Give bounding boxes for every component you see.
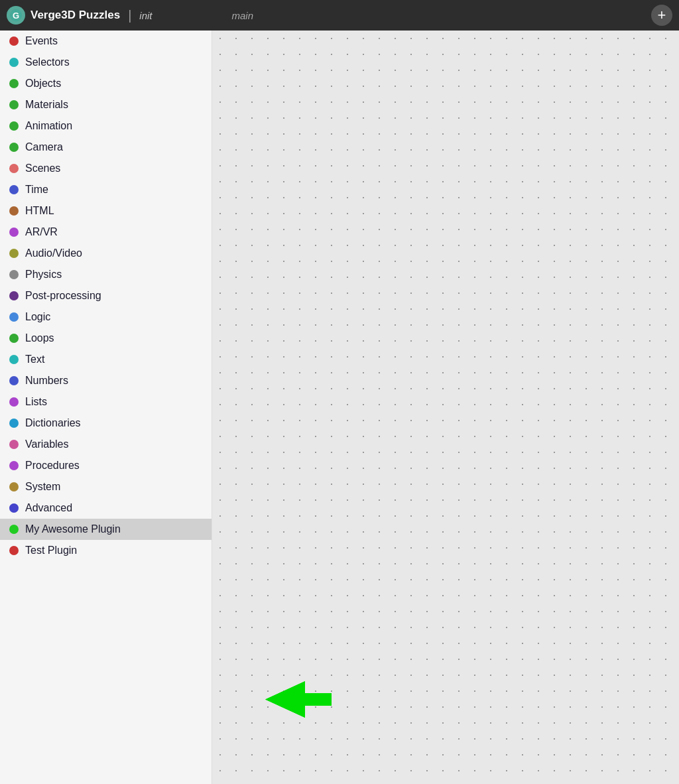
- sidebar-item-label: Physics: [25, 269, 62, 281]
- category-dot: [9, 525, 19, 534]
- sidebar-item-label: Scenes: [25, 163, 60, 174]
- sidebar-item-lists[interactable]: Lists: [0, 391, 212, 413]
- header-divider: |: [128, 8, 131, 23]
- sidebar-item-my-awesome-plugin[interactable]: My Awesome Plugin: [0, 519, 212, 540]
- sidebar-item-materials[interactable]: Materials: [0, 94, 212, 115]
- sidebar-item-time[interactable]: Time: [0, 179, 212, 200]
- sidebar-item-label: Numbers: [25, 375, 68, 387]
- logo-icon: G: [7, 6, 25, 25]
- sidebar-item-html[interactable]: HTML: [0, 200, 212, 222]
- category-dot: [9, 419, 19, 428]
- sidebar-item-label: Events: [25, 35, 58, 47]
- app-logo: G Verge3D Puzzles: [7, 6, 120, 25]
- sidebar-item-label: Lists: [25, 396, 47, 408]
- category-dot: [9, 36, 19, 46]
- sidebar-item-label: Post-processing: [25, 290, 101, 302]
- add-tab-button[interactable]: +: [651, 5, 672, 26]
- category-dot: [9, 249, 19, 258]
- sidebar-item-numbers[interactable]: Numbers: [0, 370, 212, 391]
- arrow-indicator: [265, 681, 332, 718]
- sidebar-item-text[interactable]: Text: [0, 349, 212, 370]
- sidebar-item-test-plugin[interactable]: Test Plugin: [0, 540, 212, 561]
- sidebar-item-label: HTML: [25, 205, 54, 217]
- category-dot: [9, 376, 19, 385]
- sidebar-item-post-processing[interactable]: Post-processing: [0, 285, 212, 306]
- sidebar-item-ar-vr[interactable]: AR/VR: [0, 222, 212, 243]
- sidebar-item-label: Materials: [25, 99, 68, 111]
- sidebar-item-label: Variables: [25, 438, 69, 450]
- canvas-area[interactable]: [212, 31, 679, 784]
- category-dot: [9, 440, 19, 449]
- sidebar-item-label: Time: [25, 184, 48, 196]
- category-dot: [9, 185, 19, 194]
- category-dot: [9, 164, 19, 173]
- category-dot: [9, 503, 19, 513]
- sidebar-item-selectors[interactable]: Selectors: [0, 52, 212, 73]
- sidebar-item-camera[interactable]: Camera: [0, 137, 212, 158]
- category-dot: [9, 79, 19, 88]
- category-dot: [9, 270, 19, 279]
- sidebar-item-physics[interactable]: Physics: [0, 264, 212, 285]
- svg-text:G: G: [13, 11, 19, 21]
- sidebar-item-label: My Awesome Plugin: [25, 523, 121, 535]
- sidebar-item-label: Dictionaries: [25, 417, 81, 429]
- sidebar-item-label: Loops: [25, 332, 54, 344]
- category-dot: [9, 206, 19, 216]
- sidebar-item-dictionaries[interactable]: Dictionaries: [0, 413, 212, 434]
- category-dot: [9, 461, 19, 470]
- category-dot: [9, 228, 19, 237]
- category-dot: [9, 334, 19, 343]
- app-header: G Verge3D Puzzles | init main +: [0, 0, 679, 31]
- sidebar-item-objects[interactable]: Objects: [0, 73, 212, 94]
- sidebar-item-animation[interactable]: Animation: [0, 115, 212, 137]
- sidebar-item-label: Audio/Video: [25, 247, 82, 259]
- category-dot: [9, 355, 19, 364]
- category-dot: [9, 312, 19, 322]
- sidebar-item-label: System: [25, 481, 60, 493]
- sidebar-item-system[interactable]: System: [0, 476, 212, 497]
- tab-main[interactable]: main: [232, 10, 254, 21]
- sidebar-item-audio-video[interactable]: Audio/Video: [0, 243, 212, 264]
- sidebar-item-variables[interactable]: Variables: [0, 434, 212, 455]
- sidebar-item-label: Objects: [25, 78, 61, 90]
- sidebar-item-label: Logic: [25, 311, 50, 323]
- app-title: Verge3D Puzzles: [31, 9, 120, 22]
- category-dot: [9, 121, 19, 131]
- sidebar-item-scenes[interactable]: Scenes: [0, 158, 212, 179]
- category-dot: [9, 482, 19, 491]
- category-dot: [9, 100, 19, 109]
- sidebar-item-label: Text: [25, 354, 44, 365]
- sidebar-item-label: Advanced: [25, 502, 72, 514]
- category-dot: [9, 291, 19, 300]
- sidebar-item-advanced[interactable]: Advanced: [0, 497, 212, 519]
- svg-marker-3: [265, 681, 305, 718]
- main-layout: EventsSelectorsObjectsMaterialsAnimation…: [0, 31, 679, 784]
- sidebar-item-label: AR/VR: [25, 226, 58, 238]
- sidebar: EventsSelectorsObjectsMaterialsAnimation…: [0, 31, 212, 784]
- sidebar-item-events[interactable]: Events: [0, 31, 212, 52]
- category-dot: [9, 143, 19, 152]
- category-dot: [9, 58, 19, 67]
- sidebar-item-logic[interactable]: Logic: [0, 306, 212, 328]
- sidebar-item-label: Animation: [25, 120, 72, 132]
- sidebar-item-loops[interactable]: Loops: [0, 328, 212, 349]
- tab-init[interactable]: init: [139, 10, 152, 21]
- sidebar-item-label: Camera: [25, 141, 63, 153]
- sidebar-item-label: Test Plugin: [25, 545, 77, 556]
- sidebar-item-label: Selectors: [25, 56, 70, 68]
- sidebar-item-procedures[interactable]: Procedures: [0, 455, 212, 476]
- category-dot: [9, 397, 19, 407]
- category-dot: [9, 546, 19, 555]
- sidebar-item-label: Procedures: [25, 460, 80, 472]
